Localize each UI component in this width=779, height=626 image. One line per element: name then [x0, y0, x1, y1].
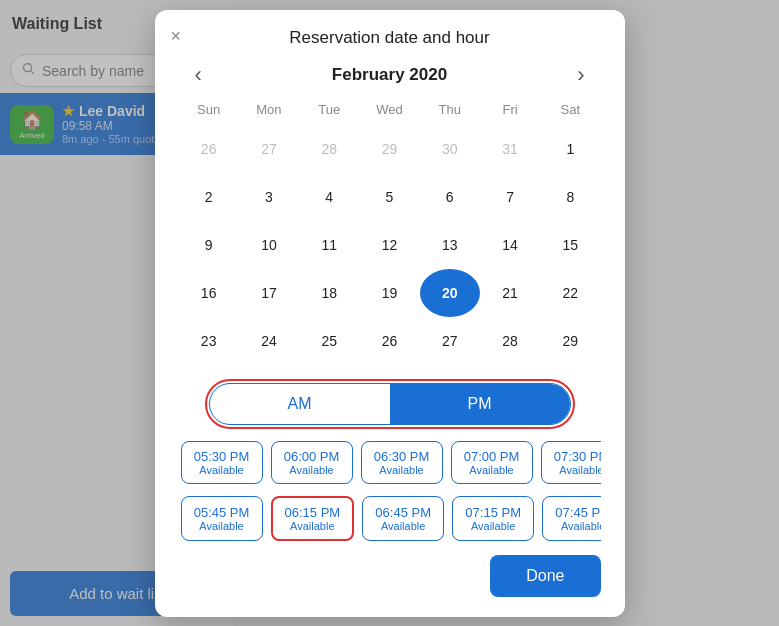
calendar-day[interactable]: 28: [480, 317, 540, 365]
ampm-toggle-wrapper: AM PM: [209, 383, 571, 425]
am-button[interactable]: AM: [210, 384, 390, 424]
calendar-day[interactable]: 21: [480, 269, 540, 317]
time-slot[interactable]: 05:45 PMAvailable: [181, 496, 263, 541]
col-wed: Wed: [359, 98, 419, 125]
time-slot[interactable]: 06:15 PMAvailable: [271, 496, 355, 541]
calendar-day[interactable]: 4: [299, 173, 359, 221]
calendar-day[interactable]: 2: [179, 173, 239, 221]
calendar-day[interactable]: 11: [299, 221, 359, 269]
time-slots-row-2: 05:45 PMAvailable06:15 PMAvailable06:45 …: [179, 496, 601, 545]
time-slot[interactable]: 06:30 PMAvailable: [361, 441, 443, 484]
modal-footer: Done: [179, 555, 601, 597]
calendar-day[interactable]: 3: [239, 173, 299, 221]
col-sat: Sat: [540, 98, 600, 125]
col-mon: Mon: [239, 98, 299, 125]
col-tue: Tue: [299, 98, 359, 125]
time-slot[interactable]: 07:45 PMAvailable: [542, 496, 600, 541]
calendar-day[interactable]: 20: [420, 269, 480, 317]
calendar-day[interactable]: 22: [540, 269, 600, 317]
time-slot[interactable]: 07:30 PMAvailable: [541, 441, 601, 484]
time-slot[interactable]: 06:00 PMAvailable: [271, 441, 353, 484]
time-slot[interactable]: 05:30 PMAvailable: [181, 441, 263, 484]
reservation-modal: × Reservation date and hour ‹ February 2…: [155, 10, 625, 617]
calendar-month: February 2020: [332, 65, 447, 85]
calendar-day[interactable]: 27: [239, 125, 299, 173]
time-slot[interactable]: 06:45 PMAvailable: [362, 496, 444, 541]
close-button[interactable]: ×: [171, 26, 182, 47]
calendar-day[interactable]: 26: [179, 125, 239, 173]
next-month-button[interactable]: ›: [571, 62, 590, 88]
modal-title: Reservation date and hour: [179, 28, 601, 48]
calendar-grid: Sun Mon Tue Wed Thu Fri Sat 262728293031…: [179, 98, 601, 365]
calendar-day[interactable]: 8: [540, 173, 600, 221]
calendar-day[interactable]: 12: [359, 221, 419, 269]
time-slot[interactable]: 07:15 PMAvailable: [452, 496, 534, 541]
calendar-day[interactable]: 9: [179, 221, 239, 269]
time-slots-row-1: 05:30 PMAvailable06:00 PMAvailable06:30 …: [179, 441, 601, 488]
prev-month-button[interactable]: ‹: [189, 62, 208, 88]
calendar-day[interactable]: 14: [480, 221, 540, 269]
calendar-day[interactable]: 19: [359, 269, 419, 317]
calendar-day[interactable]: 5: [359, 173, 419, 221]
calendar-day[interactable]: 1: [540, 125, 600, 173]
calendar-day[interactable]: 24: [239, 317, 299, 365]
modal-backdrop: × Reservation date and hour ‹ February 2…: [0, 0, 779, 626]
calendar-day[interactable]: 29: [359, 125, 419, 173]
calendar-day[interactable]: 16: [179, 269, 239, 317]
time-slot[interactable]: 07:00 PMAvailable: [451, 441, 533, 484]
calendar-nav: ‹ February 2020 ›: [179, 62, 601, 88]
calendar-day[interactable]: 27: [420, 317, 480, 365]
col-sun: Sun: [179, 98, 239, 125]
calendar: ‹ February 2020 › Sun Mon Tue Wed Thu Fr…: [179, 62, 601, 365]
calendar-day[interactable]: 26: [359, 317, 419, 365]
calendar-day[interactable]: 28: [299, 125, 359, 173]
calendar-day[interactable]: 6: [420, 173, 480, 221]
col-thu: Thu: [420, 98, 480, 125]
calendar-day[interactable]: 18: [299, 269, 359, 317]
ampm-toggle: AM PM: [209, 383, 571, 425]
calendar-day[interactable]: 31: [480, 125, 540, 173]
pm-button[interactable]: PM: [390, 384, 570, 424]
calendar-day[interactable]: 10: [239, 221, 299, 269]
calendar-day[interactable]: 23: [179, 317, 239, 365]
calendar-day[interactable]: 30: [420, 125, 480, 173]
calendar-day[interactable]: 17: [239, 269, 299, 317]
calendar-day[interactable]: 25: [299, 317, 359, 365]
time-slots-container: 05:30 PMAvailable06:00 PMAvailable06:30 …: [179, 441, 601, 545]
calendar-day[interactable]: 13: [420, 221, 480, 269]
done-button[interactable]: Done: [490, 555, 600, 597]
calendar-day[interactable]: 29: [540, 317, 600, 365]
col-fri: Fri: [480, 98, 540, 125]
calendar-day[interactable]: 7: [480, 173, 540, 221]
calendar-day[interactable]: 15: [540, 221, 600, 269]
